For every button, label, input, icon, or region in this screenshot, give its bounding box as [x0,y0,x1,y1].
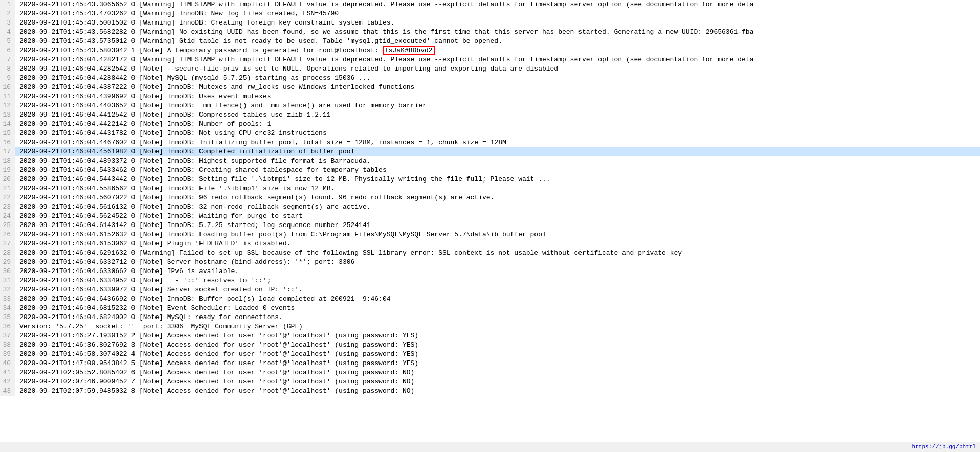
line-number: 26 [0,230,15,239]
log-line-content: 2020-09-21T01:46:04.4387222 0 [Note] Inn… [15,83,414,92]
log-row: 202020-09-21T01:46:04.5443442 0 [Note] I… [0,175,980,184]
log-line-content: Version: '5.7.25' socket: '' port: 3306 … [15,322,303,331]
log-line-content: 2020-09-21T01:46:04.6330662 0 [Note] IPv… [15,267,239,276]
log-line-content: 2020-09-21T01:46:04.4412542 0 [Note] Inn… [15,110,331,120]
log-rows: 12020-09-21T01:45:43.3065652 0 [Warning]… [0,0,980,396]
log-line-content: 2020-09-21T01:46:04.6436692 0 [Note] Inn… [15,295,391,304]
log-line-content: 2020-09-21T01:45:43.5803042 1 [Note] A t… [15,46,435,55]
line-number: 33 [0,295,15,304]
log-row: 422020-09-21T02:07:46.9009452 7 [Note] A… [0,377,980,387]
line-number: 10 [0,83,15,92]
log-row: 32020-09-21T01:45:43.5001502 0 [Warning]… [0,18,980,28]
line-number: 2 [0,9,15,18]
highlighted-password: IsJaK#8Dbvd2 [383,46,435,55]
log-line-content: 2020-09-21T01:45:43.5001502 0 [Warning] … [15,18,394,28]
log-row: 232020-09-21T01:46:04.5616132 0 [Note] I… [0,202,980,212]
log-line-content: 2020-09-21T01:46:04.5586562 0 [Note] Inn… [15,184,335,193]
line-number: 19 [0,166,15,175]
log-line-content: 2020-09-21T01:46:04.4467602 0 [Note] Inn… [15,138,506,147]
log-row: 272020-09-21T01:46:04.6153062 0 [Note] P… [0,239,980,248]
line-number: 13 [0,110,15,120]
log-line-content: 2020-09-21T01:46:04.6152632 0 [Note] Inn… [15,230,546,239]
log-line-content: 2020-09-21T01:46:27.1930152 2 [Note] Acc… [15,331,418,341]
log-line-content: 2020-09-21T01:46:04.5624522 0 [Note] Inn… [15,212,303,221]
log-line-content: 2020-09-21T01:45:43.3065652 0 [Warning] … [15,0,753,9]
log-row: 142020-09-21T01:46:04.4422142 0 [Note] I… [0,120,980,129]
log-line-content: 2020-09-21T01:46:04.5607022 0 [Note] Inn… [15,193,494,202]
line-number: 4 [0,28,15,37]
line-number: 6 [0,46,15,55]
log-row: 162020-09-21T01:46:04.4467602 0 [Note] I… [0,138,980,147]
line-number: 31 [0,276,15,285]
log-row: 172020-09-21T01:46:04.4561982 0 [Note] I… [0,147,980,156]
log-row: 342020-09-21T01:46:04.6815232 0 [Note] E… [0,304,980,313]
log-line-content: 2020-09-21T02:05:52.8085402 6 [Note] Acc… [15,368,414,377]
log-row: 12020-09-21T01:45:43.3065652 0 [Warning]… [0,0,980,9]
line-number: 34 [0,304,15,313]
status-bar: https://jb.gg/bhttl [0,442,980,452]
log-row: 322020-09-21T01:46:04.6339972 0 [Note] S… [0,285,980,295]
log-row: 372020-09-21T01:46:27.1930152 2 [Note] A… [0,331,980,341]
log-line-content: 2020-09-21T02:07:46.9009452 7 [Note] Acc… [15,377,414,387]
line-number: 28 [0,248,15,258]
line-number: 17 [0,147,15,156]
log-line-content: 2020-09-21T01:46:04.4282172 0 [Warning] … [15,55,753,64]
log-line-content: 2020-09-21T01:45:43.4703262 0 [Warning] … [15,9,339,18]
line-number: 20 [0,175,15,184]
log-row: 112020-09-21T01:46:04.4399692 0 [Note] I… [0,92,980,101]
log-line-content: 2020-09-21T01:46:04.4282542 0 [Note] --s… [15,64,558,74]
line-number: 35 [0,313,15,322]
log-line-content: 2020-09-21T01:46:04.6332712 0 [Note] Ser… [15,258,354,267]
log-container[interactable]: 12020-09-21T01:45:43.3065652 0 [Warning]… [0,0,980,452]
log-line-content: 2020-09-21T01:46:04.6339972 0 [Note] Ser… [15,285,303,295]
line-number: 38 [0,341,15,350]
line-number: 14 [0,120,15,129]
log-line-content: 2020-09-21T01:46:04.4403652 0 [Note] Inn… [15,101,427,110]
line-number: 25 [0,221,15,230]
log-line-content: 2020-09-21T01:46:04.6143142 0 [Note] Inn… [15,221,371,230]
line-number: 30 [0,267,15,276]
log-line-content: 2020-09-21T01:46:04.4893372 0 [Note] Inn… [15,156,371,166]
log-line-content: 2020-09-21T01:46:04.6153062 0 [Note] Plu… [15,239,291,248]
line-number: 32 [0,285,15,295]
log-line-content: 2020-09-21T01:46:04.5616132 0 [Note] Inn… [15,202,371,212]
line-number: 43 [0,387,15,396]
log-line-content: 2020-09-21T01:46:04.5443442 0 [Note] Inn… [15,175,550,184]
log-row: 302020-09-21T01:46:04.6330662 0 [Note] I… [0,267,980,276]
log-row: 102020-09-21T01:46:04.4387222 0 [Note] I… [0,83,980,92]
log-row: 252020-09-21T01:46:04.6143142 0 [Note] I… [0,221,980,230]
log-row: 292020-09-21T01:46:04.6332712 0 [Note] S… [0,258,980,267]
log-row: 412020-09-21T02:05:52.8085402 6 [Note] A… [0,368,980,377]
log-row: 152020-09-21T01:46:04.4431782 0 [Note] I… [0,129,980,138]
log-row: 352020-09-21T01:46:04.6824002 0 [Note] M… [0,313,980,322]
line-number: 18 [0,156,15,166]
line-number: 15 [0,129,15,138]
line-number: 24 [0,212,15,221]
log-row: 392020-09-21T01:46:58.3074022 4 [Note] A… [0,350,980,359]
line-number: 3 [0,18,15,28]
log-line-content: 2020-09-21T01:45:43.5682282 0 [Warning] … [15,28,753,37]
line-number: 29 [0,258,15,267]
log-row: 332020-09-21T01:46:04.6436692 0 [Note] I… [0,295,980,304]
log-row: 36Version: '5.7.25' socket: '' port: 330… [0,322,980,331]
log-row: 132020-09-21T01:46:04.4412542 0 [Note] I… [0,110,980,120]
log-line-content: 2020-09-21T01:46:04.6815232 0 [Note] Eve… [15,304,295,313]
log-row: 282020-09-21T01:46:04.6291632 0 [Warning… [0,248,980,258]
log-line-content: 2020-09-21T01:45:43.5735012 0 [Warning] … [15,37,502,46]
line-number: 11 [0,92,15,101]
log-row: 182020-09-21T01:46:04.4893372 0 [Note] I… [0,156,980,166]
line-number: 1 [0,0,15,9]
log-line-content: 2020-09-21T01:46:36.8027692 3 [Note] Acc… [15,341,418,350]
log-row: 222020-09-21T01:46:04.5607022 0 [Note] I… [0,193,980,202]
log-line-content: 2020-09-21T01:46:04.4399692 0 [Note] Inn… [15,92,271,101]
log-line-content: 2020-09-21T01:46:04.6334952 0 [Note] - '… [15,276,271,285]
log-row: 262020-09-21T01:46:04.6152632 0 [Note] I… [0,230,980,239]
line-number: 37 [0,331,15,341]
log-line-content: 2020-09-21T01:46:04.4422142 0 [Note] Inn… [15,120,271,129]
log-row: 212020-09-21T01:46:04.5586562 0 [Note] I… [0,184,980,193]
status-url[interactable]: https://jb.gg/bhttl [908,442,980,452]
log-row: 72020-09-21T01:46:04.4282172 0 [Warning]… [0,55,980,64]
log-row: 242020-09-21T01:46:04.5624522 0 [Note] I… [0,212,980,221]
log-row: 92020-09-21T01:46:04.4288442 0 [Note] My… [0,74,980,83]
line-number: 21 [0,184,15,193]
